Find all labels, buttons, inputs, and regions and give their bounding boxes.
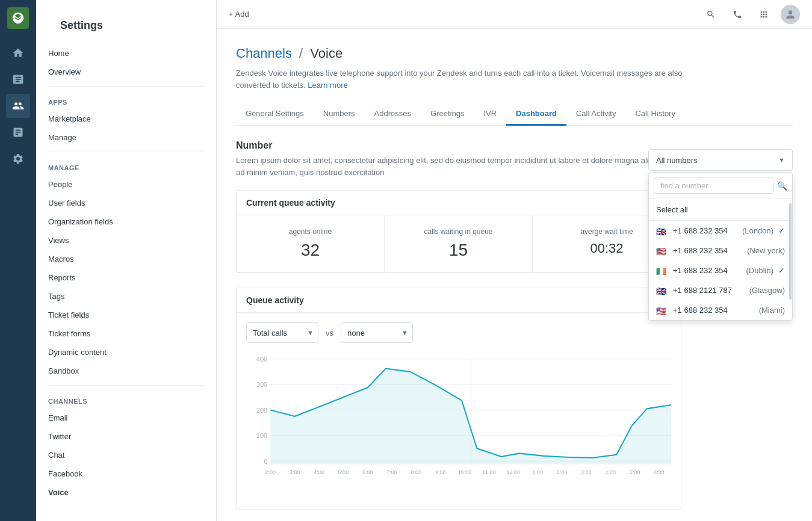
nav-icon-reports[interactable] xyxy=(6,120,30,144)
tab-general-settings[interactable]: General Settings xyxy=(236,103,314,126)
svg-text:4:00: 4:00 xyxy=(605,469,616,475)
stat-label-agents: agents online xyxy=(246,227,374,236)
stat-label-calls: calls waiting in queue xyxy=(394,227,522,236)
sidebar-item-ticket-fields[interactable]: Ticket fields xyxy=(36,306,216,324)
number-london: +1 688 232 354 xyxy=(673,226,737,235)
svg-text:12:00: 12:00 xyxy=(506,469,520,475)
tab-ivr[interactable]: IVR xyxy=(474,103,506,126)
search-button[interactable] xyxy=(701,5,721,24)
dropdown-item-london[interactable]: 🇬🇧 +1 688 232 354 (London) ✓ xyxy=(649,221,792,241)
svg-text:400: 400 xyxy=(256,356,267,363)
metric1-select-wrapper: Total calls ▼ xyxy=(246,322,318,343)
number-search-input[interactable] xyxy=(654,177,773,194)
nav-logo[interactable] xyxy=(7,7,29,29)
svg-text:8:00: 8:00 xyxy=(411,469,422,475)
location-dublin: (Dublin) xyxy=(746,266,773,275)
stats-card-header: Current queue activity xyxy=(237,191,681,215)
number-glasgow: +1 688 2121 787 xyxy=(673,286,745,295)
sidebar-item-manage-apps[interactable]: Manage xyxy=(36,128,216,147)
sidebar-item-user-fields[interactable]: User fields xyxy=(36,194,216,212)
header-right xyxy=(701,5,800,24)
nav-icon-people[interactable] xyxy=(6,94,30,118)
add-button[interactable]: + Add xyxy=(229,7,249,21)
breadcrumb-channels[interactable]: Channels xyxy=(236,46,292,61)
select-all[interactable]: Select all xyxy=(649,199,792,221)
svg-text:0: 0 xyxy=(264,457,267,464)
sidebar-item-sandbox[interactable]: Sandbox xyxy=(36,362,216,380)
section-desc: Lorem ipsum dolor sit amet, consectetur … xyxy=(236,155,693,178)
tab-addresses[interactable]: Addresses xyxy=(365,103,421,126)
flag-us2: 🇺🇸 xyxy=(656,306,668,315)
tab-call-activity[interactable]: Call Activity xyxy=(566,103,625,126)
sidebar-item-chat[interactable]: Chat xyxy=(36,446,216,464)
search-icon: 🔍 xyxy=(777,181,787,191)
svg-text:10:00: 10:00 xyxy=(458,469,472,475)
metric2-select[interactable]: none xyxy=(341,322,413,343)
sidebar-item-views[interactable]: Views xyxy=(36,231,216,250)
sidebar-item-overview[interactable]: Overview xyxy=(36,63,216,81)
dropdown-scrollbar[interactable] xyxy=(789,203,792,300)
sidebar-item-reports[interactable]: Reports xyxy=(36,268,216,287)
chart-controls: Total calls ▼ vs none ▼ xyxy=(237,313,681,353)
location-miami: (Miami) xyxy=(759,306,785,315)
nav-icon-settings[interactable] xyxy=(6,147,30,171)
location-london: (London) xyxy=(742,226,773,235)
phone-button[interactable] xyxy=(728,5,747,24)
sidebar-item-facebook[interactable]: Facebook xyxy=(36,464,216,483)
sidebar-item-home[interactable]: Home xyxy=(36,44,216,63)
sidebar-item-email[interactable]: Email xyxy=(36,408,216,427)
nav-icon-tickets[interactable] xyxy=(6,67,30,91)
number-newyork: +1 688 232 354 xyxy=(673,246,742,255)
top-header: + Add xyxy=(217,0,812,29)
check-dublin: ✓ xyxy=(778,266,785,275)
dropdown-item-glasgow[interactable]: 🇬🇧 +1 688 2121 787 (Glasgow) xyxy=(649,280,792,300)
sidebar-item-dynamic-content[interactable]: Dynamic content xyxy=(36,343,216,362)
grid-button[interactable] xyxy=(754,5,773,24)
svg-text:3:00: 3:00 xyxy=(290,469,300,475)
sidebar-item-ticket-forms[interactable]: Ticket forms xyxy=(36,324,216,343)
sidebar-item-macros[interactable]: Macros xyxy=(36,250,216,268)
flag-uk2: 🇬🇧 xyxy=(656,286,668,295)
stat-calls-waiting: calls waiting in queue 15 xyxy=(385,215,533,272)
tab-call-history[interactable]: Call History xyxy=(625,103,684,126)
dropdown-item-newyork[interactable]: 🇺🇸 +1 688 232 354 (New york) xyxy=(649,241,792,260)
check-london: ✓ xyxy=(778,226,785,235)
stat-value-calls: 15 xyxy=(394,241,522,260)
tab-greetings[interactable]: Greetings xyxy=(421,103,474,126)
sidebar-item-marketplace[interactable]: Marketplace xyxy=(36,109,216,128)
sidebar-item-people[interactable]: People xyxy=(36,175,216,194)
sidebar-section-apps: Apps xyxy=(36,91,216,109)
svg-text:7:00: 7:00 xyxy=(386,469,397,475)
flag-uk: 🇬🇧 xyxy=(656,227,668,235)
sidebar-item-tags[interactable]: Tags xyxy=(36,287,216,306)
numbers-dropdown-menu: 🔍 Select all 🇬🇧 +1 688 232 354 (London) … xyxy=(648,172,793,321)
stats-grid: agents online 32 calls waiting in queue … xyxy=(237,215,681,273)
stat-value-agents: 32 xyxy=(246,241,374,260)
numbers-dropdown-trigger[interactable]: All numbers ▼ xyxy=(648,149,793,171)
avatar[interactable] xyxy=(781,5,800,24)
svg-text:4:00: 4:00 xyxy=(314,469,324,475)
dropdown-item-miami[interactable]: 🇺🇸 +1 688 232 354 (Miami) xyxy=(649,300,792,320)
breadcrumb: Channels / Voice xyxy=(236,46,793,61)
sidebar-item-voice[interactable]: Voice xyxy=(36,483,216,502)
sidebar-section-channels: Channels xyxy=(36,390,216,408)
sidebar-item-org-fields[interactable]: Organization fields xyxy=(36,212,216,231)
location-newyork: (New york) xyxy=(747,246,785,255)
settings-title: Settings xyxy=(48,10,115,39)
learn-more-link[interactable]: Learn more xyxy=(308,81,347,90)
number-dublin: +1 688 232 354 xyxy=(673,266,741,275)
dropdown-item-dublin[interactable]: 🇮🇪 +1 688 232 354 (Dublin) ✓ xyxy=(649,260,792,280)
dropdown-search: 🔍 xyxy=(649,173,792,199)
svg-text:1:00: 1:00 xyxy=(532,469,543,475)
chart-area: 400 300 200 100 0 2:00 3:00 4:00 5:00 xyxy=(237,353,681,509)
metric1-select[interactable]: Total calls xyxy=(246,322,318,343)
svg-text:200: 200 xyxy=(256,406,267,413)
svg-text:6:00: 6:00 xyxy=(362,469,373,475)
nav-icon-home[interactable] xyxy=(6,41,30,65)
sidebar-item-twitter[interactable]: Twitter xyxy=(36,427,216,446)
sidebar-header: Settings xyxy=(36,0,216,44)
chart-card-header: Queue activity xyxy=(237,288,681,313)
tab-dashboard[interactable]: Dashboard xyxy=(506,103,566,126)
tab-numbers[interactable]: Numbers xyxy=(314,103,365,126)
metric2-select-wrapper: none ▼ xyxy=(341,322,413,343)
